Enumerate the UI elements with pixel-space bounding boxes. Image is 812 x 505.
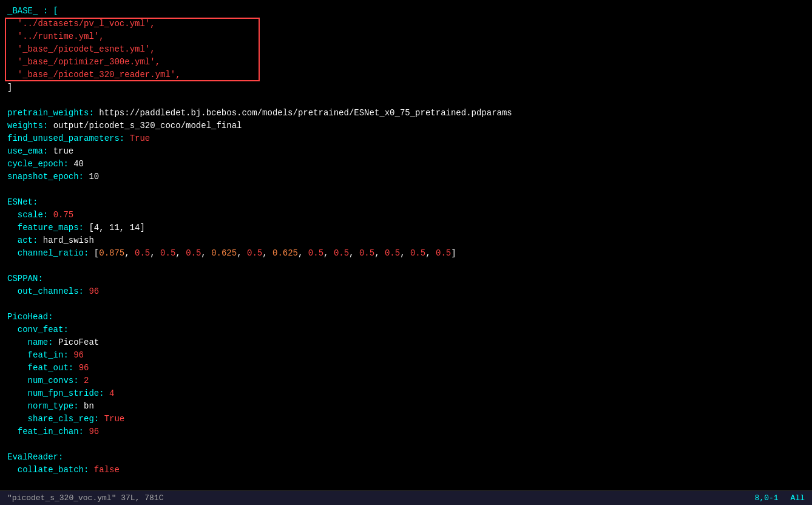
code-line: cycle_epoch: 40 (2, 158, 810, 171)
code-line: ESNet: (2, 196, 810, 209)
code-line: norm_type: bn (2, 400, 810, 413)
code-line: num_convs: 2 (2, 375, 810, 387)
code-line: share_cls_reg: True (2, 413, 810, 425)
code-line: CSPPAN: (2, 273, 810, 285)
code-line: feat_in: 96 (2, 349, 810, 362)
code-line: collate_batch: false (2, 464, 810, 476)
code-line (2, 183, 810, 196)
code-line: channel_ratio: [0.875, 0.5, 0.5, 0.5, 0.… (2, 247, 810, 260)
status-right: 8,0-1 All (755, 493, 805, 503)
code-line: feat_in_chan: 96 (2, 425, 810, 438)
status-mode: All (791, 493, 805, 503)
code-line (2, 94, 810, 107)
code-line: name: PicoFeat (2, 336, 810, 349)
code-line: use_ema: true (2, 145, 810, 158)
status-cursor: 8,0-1 (755, 493, 779, 503)
code-line: feat_out: 96 (2, 362, 810, 375)
code-line: num_fpn_stride: 4 (2, 387, 810, 400)
code-line: conv_feat: (2, 324, 810, 336)
code-line: '../runtime.yml', (2, 30, 810, 43)
code-line: weights: output/picodet_s_320_coco/model… (2, 120, 810, 132)
code-line: '_base_/optimizer_300e.yml', (2, 56, 810, 69)
code-line: pretrain_weights: https://paddledet.bj.b… (2, 107, 810, 120)
code-line (2, 438, 810, 451)
code-line: act: hard_swish (2, 234, 810, 247)
status-bar: "picodet_s_320_voc.yml" 37L, 781C 8,0-1 … (0, 490, 812, 505)
code-line: find_unused_parameters: True (2, 132, 810, 145)
status-filename: "picodet_s_320_voc.yml" 37L, 781C (7, 493, 163, 503)
code-line: ] (2, 81, 810, 94)
code-line: '_base_/picodet_320_reader.yml', (2, 69, 810, 81)
editor-window: _BASE_ : [ '../datasets/pv_l_voc.yml', '… (0, 0, 812, 505)
code-line: _BASE_ : [ (2, 5, 810, 18)
code-line: feature_maps: [4, 11, 14] (2, 222, 810, 234)
code-line: scale: 0.75 (2, 209, 810, 222)
code-editor[interactable]: _BASE_ : [ '../datasets/pv_l_voc.yml', '… (0, 0, 812, 490)
code-line (2, 298, 810, 311)
code-line: '_base_/picodet_esnet.yml', (2, 43, 810, 56)
code-line: EvalReader: (2, 451, 810, 464)
code-line: '../datasets/pv_l_voc.yml', (2, 18, 810, 30)
code-line: out_channels: 96 (2, 285, 810, 298)
code-line (2, 260, 810, 273)
code-line: snapshot_epoch: 10 (2, 171, 810, 183)
code-line: PicoHead: (2, 311, 810, 324)
